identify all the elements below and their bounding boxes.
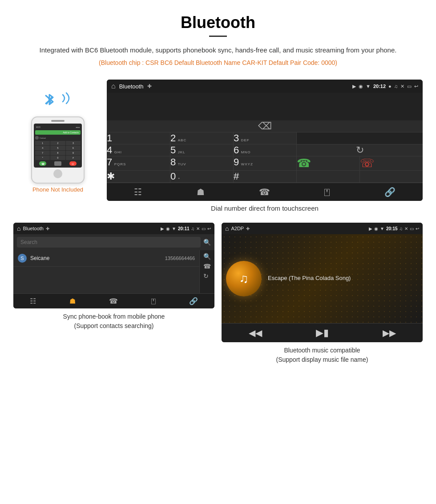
keypad-row-1: 1 2 ABC 3 DEF [107, 132, 423, 144]
signal-icon: ▼ [366, 84, 371, 89]
key-0[interactable]: 0 + [170, 171, 233, 182]
nav-phone-icon[interactable]: ☎ [259, 187, 270, 197]
phonebook-caption: Sync phone-book from mobile phone (Suppo… [13, 312, 214, 331]
nav-person-icon[interactable]: ☗ [197, 187, 205, 197]
phone-green-bar: Add to Contacts [35, 130, 81, 135]
pb-body: S Seicane 13566664466 🔍 ☎ ↻ [13, 250, 214, 293]
key-1[interactable]: 1 [107, 132, 170, 144]
key-empty-1 [296, 132, 423, 144]
reload-button[interactable]: ↻ [296, 144, 423, 156]
end-call-icon: ☏ [360, 156, 375, 170]
dial-display-row: ⌫ [107, 93, 423, 132]
bottom-nav: ☷ ☗ ☎ ⍞ 🔗 [107, 183, 423, 201]
music-screen-icon: ▭ [410, 226, 414, 231]
phone-screen: M20●●● Add to Contacts Contact 123 456 7… [34, 124, 82, 168]
main-section: ✗ M20●●● Add to Contacts [0, 80, 436, 218]
call-icon: ☎ [297, 156, 311, 170]
music-time: 20:15 [386, 226, 398, 231]
pb-content: S Seicane 13566664466 [13, 250, 199, 293]
end-call-button[interactable]: ☏ [359, 156, 423, 170]
pb-home-icon[interactable]: ⌂ [17, 225, 20, 232]
camera-icon: ● [388, 84, 392, 89]
key-3[interactable]: 3 DEF [233, 132, 296, 144]
music-caption: Bluetooth music compatible (Support disp… [222, 346, 423, 364]
back-icon[interactable]: ↩ [414, 84, 418, 89]
phone-contact-icon [35, 136, 39, 140]
page-title: Bluetooth [27, 13, 409, 32]
location-icon: ◉ [359, 84, 363, 89]
music-song-title: Escape (The Pina Colada Song) [268, 275, 418, 281]
music-usb-icon: ✚ [246, 226, 250, 231]
dial-caption: Dial number direct from touchscreen [107, 204, 423, 212]
pb-contact-row[interactable]: S Seicane 13566664466 [13, 250, 199, 267]
pb-close-icon: ✕ [196, 226, 200, 231]
pb-nav-phone-icon[interactable]: ☎ [109, 297, 118, 305]
keypad-row-4: ✱ 0 + # [107, 171, 423, 183]
play-pause-button[interactable]: ▶▮ [316, 327, 329, 339]
pb-contact-letter: S [18, 254, 27, 263]
pb-bt-icon: ▶ [161, 226, 164, 231]
pb-reload-right-icon[interactable]: ↻ [203, 272, 211, 280]
pb-phone-right-icon[interactable]: ☎ [203, 263, 211, 270]
backspace-button[interactable]: ⌫ [107, 120, 423, 132]
music-back-icon[interactable]: ↩ [416, 226, 419, 231]
nav-bluetooth-icon[interactable]: ⍞ [324, 187, 330, 197]
dial-status-bar: ⌂ Bluetooth ✚ ▶ ◉ ▼ 20:12 ● ♫ ✕ ▭ ↩ [107, 80, 423, 93]
pb-signal-icon: ▼ [172, 226, 176, 231]
phone-top-bar [34, 120, 82, 122]
call-button[interactable]: ☎ [296, 156, 359, 170]
pb-search-row: 🔍 [13, 234, 214, 250]
signal-waves [59, 90, 73, 108]
key-8[interactable]: 8 TUV [170, 156, 233, 170]
pb-loc-icon: ◉ [166, 226, 170, 231]
phone-home-button[interactable] [53, 169, 62, 178]
pb-search-icon[interactable]: 🔍 [203, 239, 211, 246]
prev-track-button[interactable]: ◀◀ [249, 328, 262, 338]
next-track-button[interactable]: ▶▶ [383, 328, 396, 338]
pb-contact-number: 13566664466 [165, 256, 195, 261]
backspace-icon: ⌫ [258, 120, 272, 132]
music-bt-icon: ▶ [369, 226, 372, 231]
music-home-icon[interactable]: ⌂ [225, 225, 229, 232]
phone-frame: M20●●● Add to Contacts Contact 123 456 7… [31, 116, 85, 184]
keypad-row-3: 7 PQRS 8 TUV 9 WXYZ ☎ ☏ [107, 156, 423, 171]
music-status-left: ⌂ A2DP ✚ [225, 225, 250, 232]
pb-back-icon[interactable]: ↩ [207, 226, 211, 231]
pb-screen-icon: ▭ [202, 226, 206, 231]
phone-speaker [51, 120, 65, 122]
empty-call-3 [359, 171, 423, 182]
pb-right-icons: 🔍 ☎ ↻ [199, 250, 214, 293]
pb-search-input[interactable] [17, 237, 201, 248]
key-6[interactable]: 6 MNO [233, 144, 296, 156]
music-body: ♫ Escape (The Pina Colada Song) [222, 234, 423, 323]
music-info: Escape (The Pina Colada Song) [268, 275, 418, 283]
key-4[interactable]: 4 GHI [107, 144, 170, 156]
home-icon[interactable]: ⌂ [111, 82, 116, 90]
key-star[interactable]: ✱ [107, 171, 170, 182]
dial-screen: ⌂ Bluetooth ✚ ▶ ◉ ▼ 20:12 ● ♫ ✕ ▭ ↩ [107, 80, 423, 201]
bluetooth-status-icon: ▶ [352, 84, 356, 89]
title-divider [209, 36, 227, 37]
volume-icon: ♫ [394, 84, 398, 89]
dial-display [107, 93, 423, 120]
pb-nav-grid-icon[interactable]: ☷ [30, 297, 36, 305]
key-7[interactable]: 7 PQRS [107, 156, 170, 170]
music-note-icon: ♫ [239, 272, 249, 286]
pb-nav-bt-icon[interactable]: ⍞ [151, 297, 156, 305]
nav-keypad-icon[interactable]: ☷ [134, 187, 142, 197]
music-signal-icon: ▼ [380, 226, 384, 231]
key-9[interactable]: 9 WXYZ [233, 156, 296, 170]
pb-spacer [13, 267, 199, 293]
pb-nav-link-icon[interactable]: 🔗 [189, 297, 198, 305]
music-title: A2DP [231, 226, 244, 231]
nav-link-icon[interactable]: 🔗 [384, 187, 396, 197]
phone-mini-keypad: 123 456 789 *0# [35, 141, 81, 160]
pb-usb-icon: ✚ [46, 226, 49, 231]
key-2[interactable]: 2 ABC [170, 132, 233, 144]
key-hash[interactable]: # [233, 171, 296, 182]
key-5[interactable]: 5 JKL [170, 144, 233, 156]
pb-search-right-icon[interactable]: 🔍 [203, 253, 211, 260]
pb-time: 20:11 [178, 226, 190, 231]
reload-icon: ↻ [356, 144, 364, 156]
pb-nav-person-icon[interactable]: ☗ [69, 297, 76, 305]
